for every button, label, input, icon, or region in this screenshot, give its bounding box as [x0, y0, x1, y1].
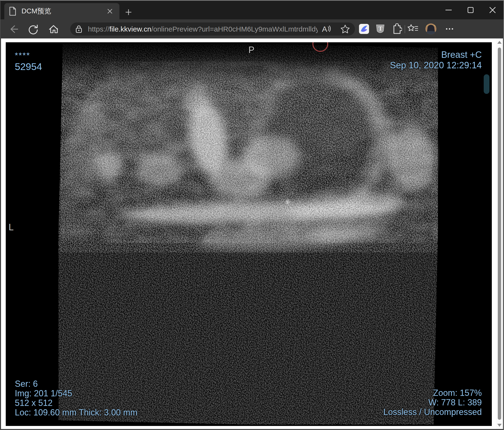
tab-close-icon[interactable] — [105, 7, 115, 16]
study-description: Breast +C — [390, 49, 482, 60]
read-aloud-icon[interactable]: A — [321, 24, 332, 34]
scroll-up-icon[interactable] — [497, 41, 502, 44]
browser-scrollbar[interactable] — [496, 38, 503, 429]
overlay-display-info: Zoom: 157% W: 778 L: 389 Lossless / Unco… — [383, 388, 482, 417]
browser-window: DCM预览 — [0, 0, 504, 430]
new-tab-icon[interactable] — [123, 7, 134, 18]
viewer-scroll-indicator[interactable] — [484, 74, 489, 94]
orientation-marker-left: L — [9, 222, 14, 232]
url-scheme: https:// — [88, 25, 109, 33]
matrix-size: 512 x 512 — [15, 398, 138, 408]
patient-name-masked: **** — [15, 50, 42, 60]
overlay-patient-info: **** 52954 — [15, 50, 42, 72]
tab-title: DCM预览 — [21, 7, 51, 16]
url-text: https://file.kkview.cn/onlinePreview?url… — [88, 25, 318, 33]
back-icon[interactable] — [7, 23, 20, 35]
compression-info: Lossless / Uncompressed — [383, 407, 482, 417]
series-number: Ser: 6 — [15, 379, 138, 389]
window-level: W: 778 L: 389 — [383, 398, 482, 407]
lock-icon[interactable] — [75, 25, 82, 33]
maximize-icon[interactable] — [459, 1, 482, 19]
extensions-puzzle-icon[interactable] — [391, 23, 402, 35]
url-domain: file.kkview.cn — [109, 25, 151, 33]
scroll-down-icon[interactable] — [497, 424, 502, 427]
extension-shield-icon[interactable]: T — [375, 23, 386, 35]
overlay-study-info: Breast +C Sep 10, 2020 12:29:14 — [390, 49, 482, 71]
favorites-list-icon[interactable] — [407, 23, 418, 35]
minimize-icon[interactable] — [438, 1, 459, 19]
favorite-star-icon[interactable] — [340, 24, 350, 34]
overlay-series-info: Ser: 6 Img: 201 1/545 512 x 512 Loc: 109… — [15, 379, 138, 417]
home-icon[interactable] — [47, 23, 60, 35]
image-number: Img: 201 1/545 — [15, 389, 138, 398]
mri-image — [6, 42, 492, 426]
close-icon[interactable] — [482, 1, 504, 19]
svg-text:T: T — [378, 25, 382, 32]
address-bar[interactable]: https://file.kkview.cn/onlinePreview?url… — [70, 22, 355, 36]
svg-text:A: A — [322, 25, 327, 34]
zoom-level: Zoom: 157% — [383, 388, 482, 398]
orientation-marker-posterior: P — [248, 45, 254, 55]
url-path: /onlinePreview?url=aHR0cHM6Ly9maWxlLmtrd… — [151, 25, 318, 33]
document-icon — [9, 7, 16, 16]
more-menu-icon[interactable] — [444, 23, 455, 35]
page-background: **** 52954 Breast +C Sep 10, 2020 12:29:… — [1, 38, 503, 429]
slice-location-thickness: Loc: 109.60 mm Thick: 3.00 mm — [15, 408, 138, 417]
refresh-icon[interactable] — [27, 23, 39, 35]
avatar[interactable] — [425, 23, 437, 35]
patient-id: 52954 — [15, 62, 42, 72]
titlebar: DCM预览 — [0, 1, 504, 19]
scrollbar-thumb[interactable] — [498, 47, 501, 420]
toolbar: https://file.kkview.cn/onlinePreview?url… — [0, 19, 504, 38]
window-controls — [438, 1, 504, 19]
study-datetime: Sep 10, 2020 12:29:14 — [390, 60, 482, 71]
toolbar-divider — [405, 25, 405, 33]
dicom-viewer-canvas[interactable]: **** 52954 Breast +C Sep 10, 2020 12:29:… — [6, 42, 492, 426]
extension-bird-icon[interactable] — [358, 23, 370, 35]
tab-dcm-preview[interactable]: DCM预览 — [4, 3, 119, 19]
